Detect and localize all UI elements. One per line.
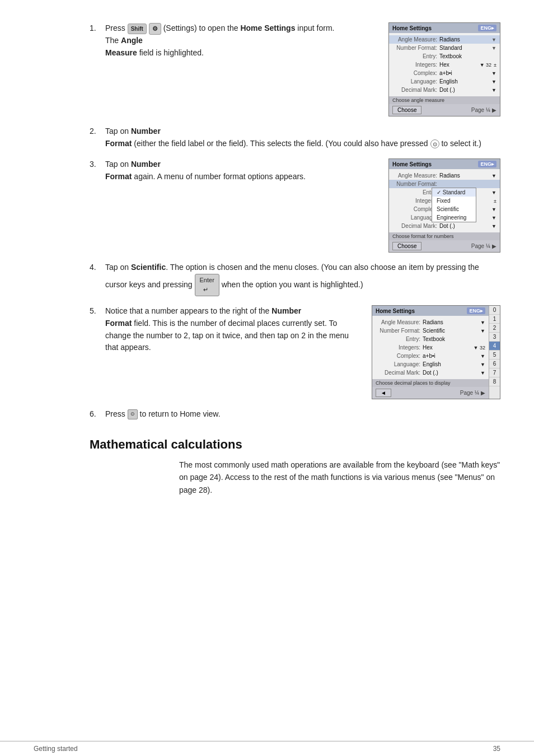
- dialog3-titlebar: Home Settings ENG▸: [372, 306, 489, 316]
- section-text: The most commonly used math operations a…: [179, 459, 500, 496]
- dialog1-page: Page ¼ ▶: [471, 107, 496, 113]
- dialog1-row-decimal: Decimal Mark: Dot (.) ▼: [389, 86, 500, 94]
- num-6: 6: [489, 360, 500, 368]
- dialog3-row-numformat: Number Format: Scientific ▼: [372, 326, 489, 335]
- dialog1-choose-btn[interactable]: Choose: [392, 106, 421, 114]
- dialog3-row-integers: Integers: Hex ▼ 32: [372, 343, 489, 352]
- dialog1-row-angle: Angle Measure: Radians ▼: [389, 35, 500, 44]
- dialog1-row-numformat: Number Format: Standard ▼: [389, 44, 500, 52]
- step1-bold1: Home Settings: [240, 24, 295, 32]
- dialog2-titlebar: Home Settings ENG▸: [389, 159, 500, 169]
- step-3-body: Tap on NumberFormat again. A menu of num…: [105, 158, 500, 253]
- dialog2-row-angle: Angle Measure: Radians ▼: [389, 171, 500, 180]
- dropdown-popup: ✓ Standard Fixed Scientific Engineering: [432, 188, 476, 222]
- dialog3-footer: ◄ Page ¼ ▶: [372, 387, 489, 399]
- step-1-body: Press Shift ⚙ (Settings) to open the Hom…: [105, 22, 500, 116]
- number-panel: 0 1 2 3 4 5 6 7 8: [489, 306, 500, 399]
- dialog1-title-right: ENG▸: [478, 25, 496, 31]
- dropdown-engineering: Engineering: [432, 213, 476, 222]
- step-5-text: Notice that a number appears to the righ…: [105, 305, 362, 354]
- num-5: 5: [489, 351, 500, 360]
- dialog3-body: Angle Measure: Radians ▼ Number Format: …: [372, 316, 489, 379]
- footer: Getting started 35: [0, 741, 534, 756]
- step-5-image: Home Settings ENG▸ Angle Measure: Radian…: [372, 305, 500, 399]
- step-5: Notice that a number appears to the righ…: [90, 305, 500, 399]
- step-6-body: Press ⊙ to return to Home view.: [105, 408, 500, 421]
- page-container: Press Shift ⚙ (Settings) to open the Hom…: [0, 0, 534, 756]
- step1-bold2: AngleMeasure: [105, 36, 143, 57]
- dialog1-row-complex: Complex: a+b•i ▼: [389, 69, 500, 77]
- step-2-text: Tap on NumberFormat (either the field la…: [105, 125, 500, 150]
- dialog2-row-numformat: Number Format: ✓ Standard Fixed Scientif…: [389, 180, 500, 188]
- dialog3-row-angle: Angle Measure: Radians ▼: [372, 318, 489, 326]
- num-2: 2: [489, 324, 500, 333]
- main-content: Press Shift ⚙ (Settings) to open the Hom…: [34, 22, 500, 496]
- step5-bold1: NumberFormat: [105, 306, 301, 328]
- dialog3-title-right: ENG▸: [467, 307, 485, 314]
- dialog2-row-decimal: Decimal Mark: Dot (.) ▼: [389, 222, 500, 230]
- dialog1-body: Angle Measure: Radians ▼ Number Format: …: [389, 33, 500, 96]
- dialog1-choose-label: Choose angle measure: [389, 96, 500, 104]
- dialog3-row-complex: Complex: a+b•i ▼: [372, 352, 489, 360]
- num-3: 3: [489, 333, 500, 342]
- dialog3-row-decimal: Decimal Mark: Dot (.) ▼: [372, 368, 489, 377]
- dialog1-row-integers: Integers: Hex ▼ 32 ±: [389, 60, 500, 69]
- step-4-body: Tap on Scientific. The option is chosen …: [105, 262, 500, 296]
- dialog2-title-right: ENG▸: [478, 161, 496, 167]
- dialog2-body: Angle Measure: Radians ▼ Number Format:: [389, 169, 500, 232]
- section-heading: Mathematical calculations: [90, 437, 500, 452]
- step-3: Tap on NumberFormat again. A menu of num…: [90, 158, 500, 253]
- dialog3-choose-label: Choose decimal places to display: [372, 379, 489, 387]
- dropdown-scientific: Scientific: [432, 205, 476, 213]
- dialog3-title: Home Settings: [376, 308, 415, 314]
- dialog1-row-entry: Entry: Textbook: [389, 52, 500, 60]
- settings-key-badge: ⚙: [149, 23, 161, 35]
- num-8: 8: [489, 377, 500, 386]
- dialog2-choose-label: Choose format for numbers: [389, 232, 500, 240]
- step-5-body: Notice that a number appears to the righ…: [105, 305, 500, 399]
- num-7: 7: [489, 368, 500, 377]
- num-4: 4: [489, 342, 500, 351]
- home-key-icon: ⊙: [128, 409, 138, 419]
- step-3-text: Tap on NumberFormat again. A menu of num…: [105, 158, 378, 183]
- shift-key-badge: Shift: [128, 24, 147, 35]
- section-body: The most commonly used math operations a…: [179, 459, 500, 496]
- step-4: Tap on Scientific. The option is chosen …: [90, 262, 500, 296]
- dialog1-row-language: Language: English ▼: [389, 77, 500, 86]
- dialog2-page: Page ¼ ▶: [471, 243, 496, 249]
- dialog1-title: Home Settings: [392, 25, 432, 31]
- step-3-image: Home Settings ENG▸ Angle Measure: Radian…: [388, 158, 500, 253]
- step-1-image: Home Settings ENG▸ Angle Measure: Radian…: [388, 22, 500, 116]
- step-6: Press ⊙ to return to Home view.: [90, 408, 500, 421]
- dialog3-screenshot: Home Settings ENG▸ Angle Measure: Radian…: [372, 305, 500, 399]
- enter-key-badge: Enter ↵: [195, 274, 219, 296]
- step4-bold1: Scientific: [131, 263, 166, 272]
- steps-list: Press Shift ⚙ (Settings) to open the Hom…: [90, 22, 500, 421]
- num-0: 0: [489, 306, 500, 315]
- step-2: Tap on NumberFormat (either the field la…: [90, 125, 500, 150]
- dialog3-row-language: Language: English ▼: [372, 360, 489, 368]
- dialog1-screenshot: Home Settings ENG▸ Angle Measure: Radian…: [388, 22, 500, 116]
- dialog2-footer: Choose Page ¼ ▶: [389, 240, 500, 252]
- dropdown-fixed: Fixed: [432, 197, 476, 205]
- dialog3-page: Page ¼ ▶: [460, 390, 485, 396]
- cursor-symbol: ⊙: [430, 139, 439, 148]
- step-1-text: Press Shift ⚙ (Settings) to open the Hom…: [105, 22, 378, 59]
- dropdown-standard: ✓ Standard: [432, 188, 476, 197]
- num-1: 1: [489, 315, 500, 324]
- step-1: Press Shift ⚙ (Settings) to open the Hom…: [90, 22, 500, 116]
- dialog3-row-entry: Entry: Textbook: [372, 335, 489, 343]
- dialog2-choose-btn[interactable]: Choose: [392, 242, 421, 250]
- dialog1-titlebar: Home Settings ENG▸: [389, 23, 500, 33]
- dialog2-screenshot: Home Settings ENG▸ Angle Measure: Radian…: [388, 158, 500, 253]
- dialog2-title: Home Settings: [392, 161, 432, 167]
- step-6-text: Press ⊙ to return to Home view.: [105, 408, 500, 421]
- footer-right: 35: [493, 745, 500, 753]
- step2-bold1: NumberFormat: [105, 127, 161, 148]
- step3-bold1: NumberFormat: [105, 160, 161, 181]
- step-2-body: Tap on NumberFormat (either the field la…: [105, 125, 500, 150]
- step-4-text: Tap on Scientific. The option is chosen …: [105, 262, 500, 296]
- footer-left: Getting started: [34, 745, 78, 753]
- dialog3-choose-btn[interactable]: ◄: [376, 389, 391, 397]
- dialog3-main: Home Settings ENG▸ Angle Measure: Radian…: [372, 306, 489, 399]
